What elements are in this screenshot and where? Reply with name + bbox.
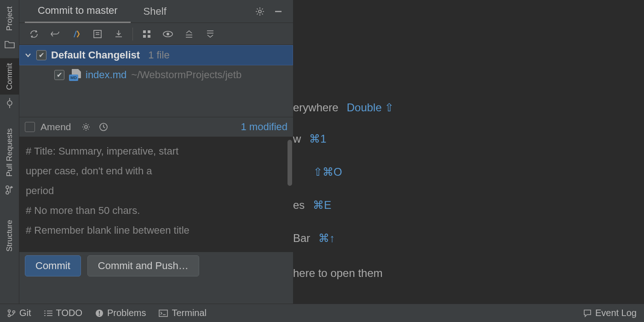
commit-toolbar <box>19 23 293 45</box>
changelist-checkbox[interactable] <box>36 50 46 60</box>
git-branch-icon <box>7 309 16 317</box>
commit-panel-tabs: Commit to master Shelf <box>19 0 293 23</box>
svg-rect-12 <box>143 35 146 38</box>
editor-welcome-area: erywhere Double ⇧ w ⌘1 ⇧⌘O es ⌘E Bar ⌘↑ … <box>293 0 644 304</box>
collapse-all-icon[interactable] <box>200 26 220 42</box>
changelist-icon[interactable] <box>87 26 108 42</box>
tab-commit-to-branch[interactable]: Commit to master <box>25 0 131 23</box>
git-status-item[interactable]: Git <box>7 308 31 318</box>
chevron-down-icon[interactable] <box>24 52 32 59</box>
commit-tool-window: Commit to master Shelf Default Changelis… <box>19 0 293 304</box>
todo-status-item[interactable]: TODO <box>44 308 82 318</box>
list-icon <box>44 310 52 316</box>
svg-point-29 <box>99 314 100 316</box>
welcome-hint-text: erywhere <box>293 101 339 114</box>
svg-rect-11 <box>148 30 150 33</box>
minimize-icon[interactable] <box>272 5 285 18</box>
svg-point-18 <box>8 310 11 312</box>
svg-rect-13 <box>148 35 150 38</box>
speech-bubble-icon <box>583 309 592 317</box>
svg-point-15 <box>167 33 169 35</box>
svg-point-5 <box>259 10 261 13</box>
modified-count[interactable]: 1 modified <box>241 121 288 133</box>
project-folder-icon[interactable] <box>0 35 19 53</box>
svg-point-19 <box>8 314 11 316</box>
commit-icon[interactable] <box>0 94 19 112</box>
shortcut-hint: Double ⇧ <box>347 101 394 114</box>
pull-requests-icon[interactable] <box>0 181 19 199</box>
commit-buttons-row: Commit Commit and Push… <box>19 252 293 280</box>
changelist-title: Default Changelist <box>51 49 140 61</box>
shortcut-hint: ⇧⌘O <box>313 166 342 178</box>
left-tool-strip: Project Commit Pull Requests Structure <box>0 0 19 304</box>
refresh-icon[interactable] <box>24 26 44 42</box>
file-checkbox[interactable] <box>54 70 64 80</box>
changelist-file-count: 1 file <box>148 49 169 61</box>
file-path: ~/WebstormProjects/jetb <box>131 69 242 81</box>
welcome-hint-text: es <box>293 199 305 212</box>
svg-point-0 <box>7 101 12 105</box>
amend-checkbox[interactable] <box>25 122 35 132</box>
commit-button[interactable]: Commit <box>25 255 81 276</box>
svg-rect-7 <box>94 30 101 38</box>
commit-and-push-button[interactable]: Commit and Push… <box>87 255 199 276</box>
diff-icon[interactable] <box>66 26 86 42</box>
svg-point-20 <box>13 310 15 313</box>
warning-icon <box>95 309 104 317</box>
svg-rect-10 <box>143 30 146 33</box>
terminal-icon <box>159 310 168 317</box>
terminal-status-item[interactable]: Terminal <box>159 308 207 318</box>
amend-label: Amend <box>40 121 71 132</box>
shelve-icon[interactable] <box>109 26 129 42</box>
file-name: index.md <box>86 69 126 81</box>
pull-requests-tab[interactable]: Pull Requests <box>0 124 19 181</box>
commit-options-gear-icon[interactable] <box>80 121 92 132</box>
preview-diff-icon[interactable] <box>158 26 178 42</box>
project-tab[interactable]: Project <box>0 2 19 35</box>
shortcut-hint: ⌘1 <box>309 132 326 145</box>
expand-all-icon[interactable] <box>179 26 199 42</box>
amend-row: Amend 1 modified <box>19 117 293 137</box>
settings-gear-icon[interactable] <box>253 5 266 18</box>
svg-point-16 <box>85 126 87 128</box>
commit-message-history-icon[interactable] <box>98 121 109 132</box>
shortcut-hint: ⌘E <box>313 199 331 212</box>
welcome-hint-text: w <box>293 132 301 145</box>
tab-shelf[interactable]: Shelf <box>131 0 179 23</box>
scrollbar-thumb[interactable] <box>288 140 292 186</box>
commit-message-input[interactable]: # Title: Summary, imperative, start uppe… <box>19 137 293 252</box>
problems-status-item[interactable]: Problems <box>95 308 146 318</box>
shortcut-hint: ⌘↑ <box>318 232 335 245</box>
structure-tab[interactable]: Structure <box>0 215 19 256</box>
status-bar: Git TODO Problems Terminal Event Log <box>0 304 644 322</box>
changelist-row[interactable]: Default Changelist 1 file <box>19 45 293 65</box>
group-by-icon[interactable] <box>137 26 157 42</box>
markdown-file-icon: MD <box>69 69 81 81</box>
svg-rect-30 <box>159 310 167 316</box>
commit-tab[interactable]: Commit <box>0 58 19 95</box>
rollback-icon[interactable] <box>45 26 65 42</box>
svg-point-4 <box>6 191 9 194</box>
welcome-hint-text: Bar <box>293 232 310 245</box>
welcome-hint-text: here to open them <box>293 267 383 280</box>
changed-file-row[interactable]: MD index.md ~/WebstormProjects/jetb <box>19 65 293 85</box>
event-log-status-item[interactable]: Event Log <box>583 308 637 318</box>
svg-point-3 <box>6 186 9 189</box>
